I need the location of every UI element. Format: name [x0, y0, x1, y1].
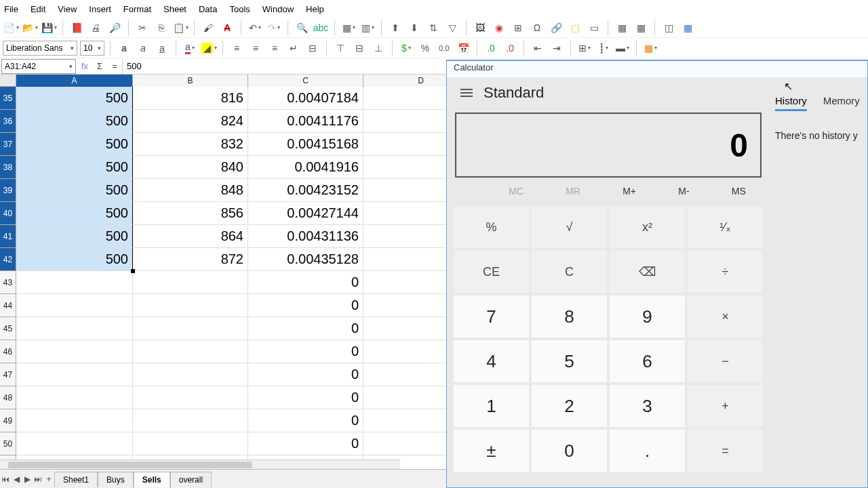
- add-decimal-icon[interactable]: .0: [483, 40, 499, 56]
- cell[interactable]: 0.00411176: [248, 110, 363, 133]
- merge-icon[interactable]: ⊟: [304, 40, 321, 56]
- define-print-icon[interactable]: ▦: [614, 20, 630, 36]
- cell[interactable]: [133, 363, 248, 386]
- open-icon[interactable]: 📂: [22, 20, 38, 36]
- underline-icon[interactable]: a: [154, 40, 170, 56]
- row-header-45[interactable]: 45: [0, 317, 16, 340]
- row-header-48[interactable]: 48: [0, 386, 16, 409]
- bold-icon[interactable]: a: [116, 40, 132, 56]
- cell[interactable]: [133, 317, 248, 340]
- cell[interactable]: 500: [16, 110, 133, 133]
- hamburger-icon[interactable]: [460, 89, 473, 97]
- mr-button[interactable]: MR: [566, 186, 580, 197]
- row-header-44[interactable]: 44: [0, 294, 16, 317]
- col-icon[interactable]: ▥: [359, 20, 376, 36]
- font-color-icon[interactable]: a: [182, 40, 198, 56]
- cell[interactable]: 832: [133, 133, 248, 156]
- new-icon[interactable]: 📄: [3, 20, 19, 36]
- indent-inc-icon[interactable]: ⇥: [549, 40, 565, 56]
- cell[interactable]: 0.00427144: [248, 202, 363, 225]
- cell[interactable]: 0: [248, 317, 363, 340]
- cell[interactable]: 500: [16, 248, 133, 271]
- export-pdf-icon[interactable]: 📕: [68, 20, 85, 36]
- fn-wizard-icon[interactable]: fx: [77, 59, 92, 74]
- cell-reference[interactable]: A31:A42▾: [1, 59, 76, 74]
- redo-icon[interactable]: ↷: [266, 20, 282, 36]
- hyperlink-icon[interactable]: 🔗: [548, 20, 564, 36]
- cell[interactable]: 500: [16, 156, 133, 179]
- valign-top-icon[interactable]: ⊤: [332, 40, 349, 56]
- menu-tools[interactable]: Tools: [229, 4, 250, 14]
- filter-icon[interactable]: ▽: [444, 20, 460, 36]
- tab-next-icon[interactable]: ▶: [22, 474, 33, 484]
- calc-key[interactable]: x²: [610, 206, 685, 248]
- cell[interactable]: 0: [248, 386, 363, 409]
- font-name-select[interactable]: Liberation Sans▾: [3, 41, 77, 56]
- menu-view[interactable]: View: [58, 4, 77, 14]
- cell[interactable]: 0.0041916: [248, 156, 363, 179]
- cell[interactable]: 816: [133, 87, 248, 110]
- row-header-50[interactable]: 50: [0, 432, 16, 455]
- valign-bot-icon[interactable]: ⊥: [370, 40, 387, 56]
- align-right-icon[interactable]: ≡: [267, 40, 283, 56]
- mc-button[interactable]: MC: [509, 186, 524, 197]
- cell[interactable]: [16, 340, 133, 363]
- cells-area[interactable]: 5008160.004071845008240.004111765008320.…: [16, 87, 479, 469]
- row-icon[interactable]: ▦: [340, 20, 357, 36]
- align-left-icon[interactable]: ≡: [229, 40, 245, 56]
- row-header-49[interactable]: 49: [0, 409, 16, 432]
- freeze-icon[interactable]: ▦: [633, 20, 649, 36]
- cut-icon[interactable]: ✂: [134, 20, 151, 36]
- cell[interactable]: 500: [16, 133, 133, 156]
- clone-format-icon[interactable]: 🖌: [200, 20, 216, 36]
- menu-sheet[interactable]: Sheet: [163, 4, 186, 14]
- row-header-35[interactable]: 35: [0, 87, 16, 110]
- calc-key[interactable]: 7: [454, 296, 529, 338]
- sheet-tab-sheet1[interactable]: Sheet1: [54, 472, 98, 487]
- indent-dec-icon[interactable]: ⇤: [530, 40, 546, 56]
- calc-key[interactable]: ¹⁄ₓ: [688, 206, 763, 248]
- col-header-B[interactable]: B: [133, 75, 248, 87]
- row-header-43[interactable]: 43: [0, 271, 16, 294]
- cell[interactable]: [16, 363, 133, 386]
- paste-icon[interactable]: 📋: [172, 20, 189, 36]
- sum-icon[interactable]: Σ: [92, 59, 107, 74]
- calc-key[interactable]: C: [532, 251, 607, 293]
- horizontal-scrollbar[interactable]: [0, 460, 400, 469]
- cell[interactable]: 500: [16, 202, 133, 225]
- undo-icon[interactable]: ↶: [247, 20, 263, 36]
- calc-key[interactable]: =: [688, 430, 763, 472]
- cell[interactable]: 848: [133, 179, 248, 202]
- border-style-icon[interactable]: ┋: [595, 40, 612, 56]
- menu-edit[interactable]: Edit: [31, 4, 45, 14]
- cell[interactable]: 500: [16, 87, 133, 110]
- calc-key[interactable]: +: [688, 385, 763, 427]
- cell[interactable]: 0: [248, 363, 363, 386]
- calc-key[interactable]: 2: [532, 385, 607, 427]
- cell[interactable]: 856: [133, 202, 248, 225]
- cell[interactable]: [133, 409, 248, 432]
- find-icon[interactable]: 🔍: [294, 20, 310, 36]
- cell[interactable]: [133, 340, 248, 363]
- cell[interactable]: 864: [133, 225, 248, 248]
- cell[interactable]: 0: [248, 432, 363, 455]
- percent-icon[interactable]: %: [417, 40, 433, 56]
- select-all-corner[interactable]: [0, 75, 16, 87]
- mminus-button[interactable]: M-: [678, 186, 689, 197]
- sheet-tab-buys[interactable]: Buys: [98, 472, 134, 487]
- valign-mid-icon[interactable]: ⊟: [351, 40, 368, 56]
- comment-icon[interactable]: ▢: [567, 20, 583, 36]
- font-size-select[interactable]: 10▾: [80, 41, 104, 56]
- memory-tab[interactable]: Memory: [823, 95, 860, 111]
- header-footer-icon[interactable]: ▭: [586, 20, 602, 36]
- tab-add-icon[interactable]: +: [43, 474, 54, 484]
- tab-prev-icon[interactable]: ◀: [11, 474, 22, 484]
- spellcheck-icon[interactable]: abc: [313, 20, 329, 36]
- row-header-37[interactable]: 37: [0, 133, 16, 156]
- pivot-icon[interactable]: ⊞: [510, 20, 526, 36]
- calc-key[interactable]: ⌫: [610, 251, 685, 293]
- cell[interactable]: 0: [248, 271, 363, 294]
- sidebar-icon[interactable]: ▦: [679, 20, 696, 36]
- menu-insert[interactable]: Insert: [89, 4, 111, 14]
- borders-icon[interactable]: ⊞: [576, 40, 593, 56]
